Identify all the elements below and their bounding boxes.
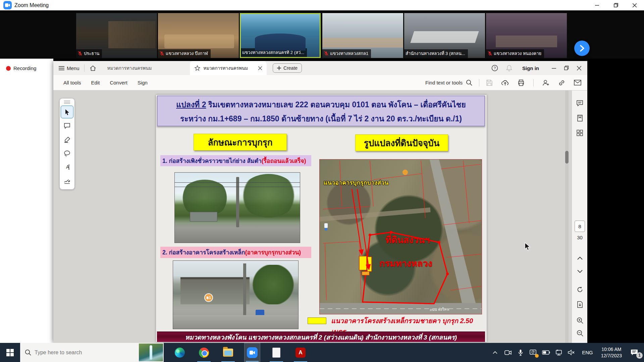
upload-cloud-button[interactable] xyxy=(501,79,509,86)
cursor-arrow-icon xyxy=(64,109,70,115)
document-icon xyxy=(272,348,280,358)
taskbar-notepad[interactable] xyxy=(268,343,284,362)
next-participants-button[interactable] xyxy=(574,41,590,56)
sign-tool-button[interactable] xyxy=(61,174,73,187)
toolbar-grip[interactable] xyxy=(61,100,73,105)
acrobat-minimize-button[interactable] xyxy=(548,61,560,75)
convert-menu[interactable]: Convert xyxy=(110,80,127,85)
start-button[interactable] xyxy=(0,343,20,362)
divider xyxy=(479,79,479,86)
comment-tool-button[interactable] xyxy=(61,119,73,132)
taskbar-zoom-active[interactable] xyxy=(244,343,260,362)
taskbar-acrobat[interactable]: A xyxy=(292,343,309,362)
share-link-button[interactable] xyxy=(558,79,565,86)
search-input[interactable] xyxy=(35,350,135,356)
zoom-app-icon xyxy=(247,347,258,358)
zoom-minimize-button[interactable] xyxy=(588,0,606,10)
network-tray-icon[interactable] xyxy=(553,346,565,359)
camera-tray-icon[interactable] xyxy=(502,346,514,359)
zoom-restore-button[interactable] xyxy=(606,0,625,10)
acrobat-close-button[interactable] xyxy=(573,61,587,75)
email-button[interactable] xyxy=(574,80,581,85)
participant-video[interactable]: แขวงทางหลวงสกล1 xyxy=(322,13,403,58)
zoom-out-button[interactable] xyxy=(572,326,587,341)
all-tools-menu[interactable]: All tools xyxy=(63,80,81,85)
tab-document-2-active[interactable]: หมวดการทางนครพนม xyxy=(190,61,267,75)
language-indicator[interactable]: ENG xyxy=(579,350,596,355)
taskbar-search[interactable] xyxy=(20,343,164,362)
mic-muted-icon xyxy=(324,51,329,56)
participant-label: สำนักงานทางหลวงที่ 3 (สกลน... xyxy=(404,49,468,58)
action-center-button[interactable]: 1 xyxy=(627,346,642,359)
zoom-titlebar: Zoom Meeting xyxy=(0,0,644,10)
taskbar-edge[interactable] xyxy=(172,343,188,362)
file-explorer-icon xyxy=(223,349,233,357)
quick-tools-panel: A xyxy=(60,99,74,189)
document-scrollbar[interactable] xyxy=(565,90,569,343)
map-label-highway-dept: กรมทางหลวง xyxy=(379,256,432,270)
save-button[interactable] xyxy=(486,79,493,86)
mouse-cursor xyxy=(524,242,532,251)
participant-label: แขวงทางหลวงสกลนครที่ 2 (สว่... xyxy=(241,48,307,57)
acrobat-tabbar: Menu หมวดการทางนครพนม หมวดการทางนครพนม C… xyxy=(53,61,587,75)
mic-muted-icon xyxy=(159,51,164,56)
edge-icon xyxy=(175,348,185,358)
taskbar-clock[interactable]: 10:06 AM 12/7/2023 xyxy=(598,346,625,359)
close-tab-icon[interactable] xyxy=(258,66,262,70)
current-page-input[interactable]: 8 xyxy=(575,221,585,232)
taskbar-file-explorer[interactable] xyxy=(220,343,236,362)
participant-video[interactable]: สำนักงานทางหลวงที่ 3 (สกลน... xyxy=(404,13,485,58)
lasso-tool-button[interactable] xyxy=(61,147,73,160)
page-thumbnails-button[interactable] xyxy=(572,125,587,140)
sign-in-button[interactable]: Sign in xyxy=(522,65,539,71)
acrobat-content-area: A แปลงที่ 2 ริมเขตทางหลวงหมายเลข 222 ตอน… xyxy=(53,90,587,343)
participant-video[interactable]: แขวงทางหลวง หนองคาย xyxy=(486,13,567,58)
home-button[interactable] xyxy=(85,61,101,75)
print-button[interactable] xyxy=(518,79,525,86)
bookmarks-panel-button[interactable] xyxy=(572,111,587,125)
scrollbar-thumb[interactable] xyxy=(565,151,569,164)
encroachment-item-1: 1. ก่อสร้างเพิงชั่วคราวขายไก่ย่าง ส้มตำ … xyxy=(160,155,311,166)
star-icon xyxy=(195,65,200,71)
microphone-tray-icon[interactable] xyxy=(515,346,526,359)
request-signature-button[interactable] xyxy=(542,79,549,86)
search-icon xyxy=(25,349,31,356)
notifications-button[interactable] xyxy=(502,61,516,75)
windows-taskbar: A ENG 10:06 AM 12/7/2023 1 xyxy=(0,343,644,362)
add-text-tool-button[interactable]: A xyxy=(61,161,73,173)
tab-document-1[interactable]: หมวดการทางนครพนม xyxy=(101,61,158,75)
rotate-refresh-button[interactable] xyxy=(572,282,587,297)
select-tool-button[interactable] xyxy=(61,106,73,118)
news-widget-icon[interactable] xyxy=(139,344,163,361)
export-page-button[interactable] xyxy=(572,297,587,312)
acrobat-right-sidebar: 8 30 xyxy=(572,90,587,343)
edit-menu[interactable]: Edit xyxy=(91,80,100,85)
taskbar-chrome[interactable] xyxy=(196,343,212,362)
help-button[interactable]: ? xyxy=(487,61,502,75)
menu-button[interactable]: Menu xyxy=(53,61,84,75)
participant-video[interactable]: แขวงทางหลวง บึงกาฬ xyxy=(158,13,239,58)
zoom-close-button[interactable] xyxy=(625,0,644,10)
create-button[interactable]: Create xyxy=(273,63,302,73)
screen-sync-tray-icon[interactable] xyxy=(528,346,539,359)
find-text-button[interactable]: Find text or tools xyxy=(425,79,472,86)
page-footer-bar: หมวดทางหลวงพังโคน แขวงทางหลวงสกลนครที่ 2… xyxy=(157,331,485,342)
battery-tray-icon[interactable] xyxy=(540,346,552,359)
participant-video-active-speaker[interactable]: แขวงทางหลวงสกลนครที่ 2 (สว่... xyxy=(240,13,321,58)
tray-expand-button[interactable] xyxy=(489,346,501,359)
participant-label: แขวงทางหลวงสกล1 xyxy=(322,49,371,58)
sign-menu[interactable]: Sign xyxy=(138,80,148,85)
highlighter-tool-button[interactable] xyxy=(61,133,73,146)
previous-page-button[interactable] xyxy=(572,251,587,265)
participant-label: แขวงทางหลวง หนองคาย xyxy=(486,49,544,58)
map-label-building-line: แนวอาคารบุกรุกบางส่วน xyxy=(324,178,388,187)
svg-text:?: ? xyxy=(494,66,496,70)
mic-muted-icon xyxy=(487,51,492,56)
volume-muted-tray-icon[interactable] xyxy=(566,346,577,359)
participant-label: แขวงทางหลวง บึงกาฬ xyxy=(158,49,211,58)
participant-video[interactable]: ประธาน xyxy=(76,13,157,58)
next-page-button[interactable] xyxy=(572,264,587,279)
comments-panel-button[interactable] xyxy=(572,96,587,111)
recording-label: Recording xyxy=(13,65,36,71)
acrobat-restore-button[interactable] xyxy=(560,61,573,75)
